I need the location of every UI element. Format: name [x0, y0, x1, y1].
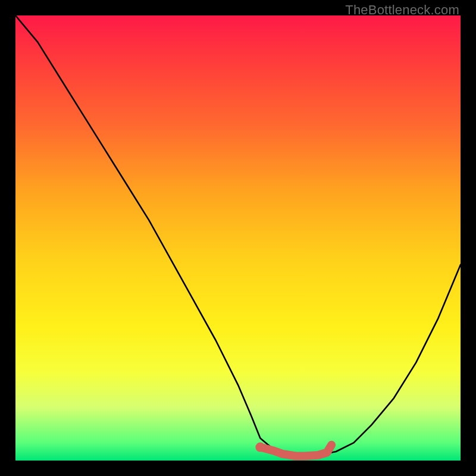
chart-svg	[15, 15, 461, 461]
watermark-text: TheBottleneck.com	[345, 2, 459, 18]
bottleneck-curve	[15, 15, 461, 456]
chart-container: TheBottleneck.com	[0, 0, 476, 476]
highlight-start-dot	[255, 443, 265, 452]
optimal-zone-highlight	[260, 445, 331, 456]
